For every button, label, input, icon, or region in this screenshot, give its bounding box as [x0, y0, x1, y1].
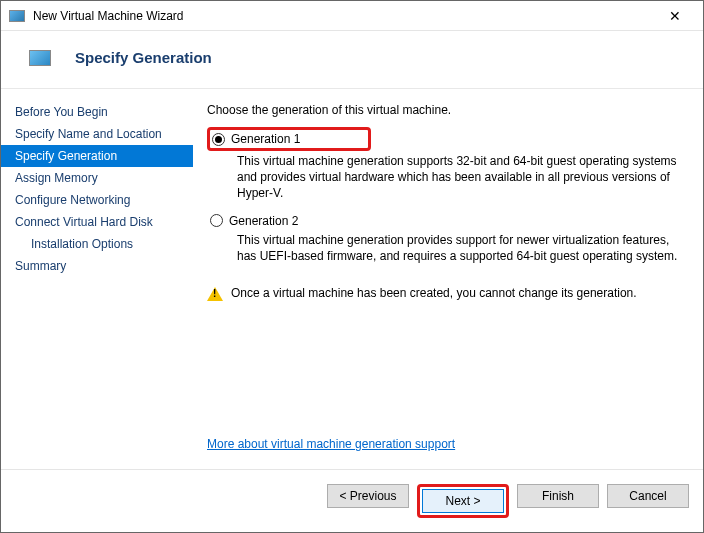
- page-title: Specify Generation: [75, 49, 212, 66]
- step-summary[interactable]: Summary: [1, 255, 193, 277]
- warning-row: Once a virtual machine has been created,…: [207, 286, 689, 301]
- radio-generation-1-label: Generation 1: [231, 132, 300, 146]
- highlight-next: Next >: [417, 484, 509, 518]
- more-info-link[interactable]: More about virtual machine generation su…: [207, 437, 689, 451]
- step-configure-networking[interactable]: Configure Networking: [1, 189, 193, 211]
- finish-button[interactable]: Finish: [517, 484, 599, 508]
- step-specify-generation[interactable]: Specify Generation: [1, 145, 193, 167]
- titlebar: New Virtual Machine Wizard ✕: [1, 1, 703, 31]
- spacer: [207, 301, 689, 437]
- wizard-header: Specify Generation: [1, 31, 703, 89]
- app-icon: [9, 10, 25, 22]
- window-title: New Virtual Machine Wizard: [33, 9, 655, 23]
- previous-button[interactable]: < Previous: [327, 484, 409, 508]
- header-icon: [29, 50, 51, 66]
- step-before-you-begin[interactable]: Before You Begin: [1, 101, 193, 123]
- step-assign-memory[interactable]: Assign Memory: [1, 167, 193, 189]
- radio-generation-2-label: Generation 2: [229, 214, 298, 228]
- radio-generation-2[interactable]: [210, 214, 223, 227]
- step-connect-vhd[interactable]: Connect Virtual Hard Disk: [1, 211, 193, 233]
- gen1-description: This virtual machine generation supports…: [237, 151, 689, 212]
- wizard-body: Before You Begin Specify Name and Locati…: [1, 89, 703, 469]
- radio-generation-1[interactable]: [212, 133, 225, 146]
- gen2-description: This virtual machine generation provides…: [237, 230, 689, 274]
- radio-row-gen2: Generation 2: [210, 212, 689, 230]
- highlight-gen1: Generation 1: [207, 127, 371, 151]
- next-button[interactable]: Next >: [422, 489, 504, 513]
- warning-text: Once a virtual machine has been created,…: [231, 286, 637, 300]
- step-installation-options[interactable]: Installation Options: [1, 233, 193, 255]
- wizard-window: New Virtual Machine Wizard ✕ Specify Gen…: [0, 0, 704, 533]
- wizard-footer: < Previous Next > Finish Cancel: [1, 469, 703, 532]
- cancel-button[interactable]: Cancel: [607, 484, 689, 508]
- generation-radiogroup: Generation 1 This virtual machine genera…: [207, 127, 689, 274]
- warning-icon: [207, 287, 223, 301]
- close-button[interactable]: ✕: [655, 2, 695, 30]
- wizard-steps: Before You Begin Specify Name and Locati…: [1, 89, 193, 469]
- wizard-main: Choose the generation of this virtual ma…: [193, 89, 703, 469]
- step-name-location[interactable]: Specify Name and Location: [1, 123, 193, 145]
- prompt-text: Choose the generation of this virtual ma…: [207, 103, 689, 117]
